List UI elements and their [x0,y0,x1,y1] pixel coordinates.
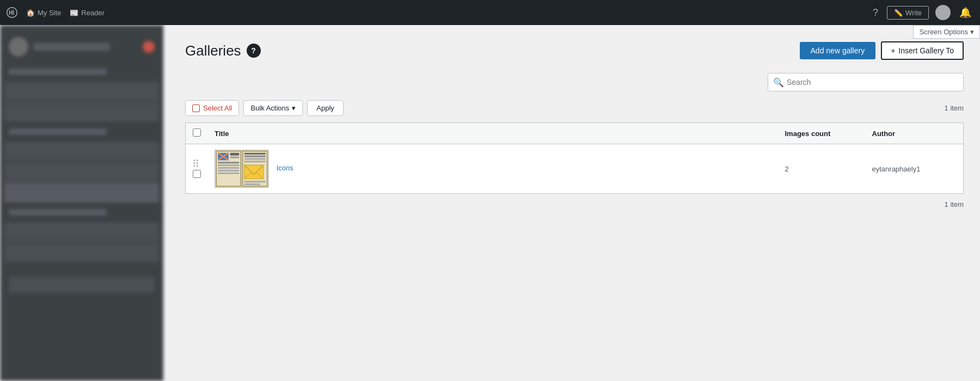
col-header-author: Author [866,123,964,144]
sidebar-avatar [9,37,28,57]
svg-rect-16 [244,161,266,162]
main-layout: Galleries ? Add new gallery + Insert Gal… [0,0,980,381]
header-checkbox[interactable] [193,128,201,137]
plus-icon: + [891,46,895,55]
top-bar-left: 🏠 My Site 📰 Reader [7,7,871,18]
col-header-images-count: Images count [779,123,866,144]
sidebar-footer [0,271,163,302]
sidebar-item-6 [4,222,159,242]
gallery-title-link[interactable]: Icons [277,164,293,172]
bulk-actions-button[interactable]: Bulk Actions ▾ [243,100,303,116]
wp-icon [7,7,17,18]
bottom-item-count: 1 item [185,194,964,215]
sidebar-menu-label-3 [9,209,107,216]
table-header-row: Title Images count Author [186,123,964,144]
row-author-cell: eytanraphaely1 [866,144,964,194]
screen-options-button[interactable]: Screen Options ▾ [913,25,980,39]
svg-rect-6 [218,164,239,166]
sidebar-item-1 [4,82,159,101]
svg-rect-9 [218,173,239,174]
select-all-button[interactable]: Select All [185,100,239,116]
top-bar-right: ? ✏️ Write 🔔 [871,4,973,21]
col-header-check [186,123,209,144]
sidebar-item-2 [4,102,159,122]
row-checkbox[interactable] [193,170,201,178]
reader-icon: 📰 [70,9,78,17]
gallery-table: Title Images count Author ⠿ [185,122,964,194]
top-navigation-bar: 🏠 My Site 📰 Reader ? ✏️ Write 🔔 [0,0,980,25]
notifications-button[interactable]: 🔔 [957,4,973,21]
toolbar: Select All Bulk Actions ▾ Apply 1 item [185,100,964,116]
search-icon: 🔍 [773,77,784,88]
main-content: Galleries ? Add new gallery + Insert Gal… [163,25,980,381]
help-button[interactable]: ? [871,5,880,21]
header-actions: Add new gallery + Insert Gallery To [800,41,964,60]
drag-handle[interactable]: ⠿ [192,158,199,169]
svg-rect-14 [244,156,266,157]
svg-rect-5 [218,162,239,163]
screen-options-area: Screen Options ▾ [913,25,980,39]
search-input[interactable] [768,73,964,91]
help-icon-button[interactable]: ? [247,44,261,58]
sidebar [0,25,163,381]
item-count-top: 1 item [945,104,964,112]
sidebar-notification-dot [143,41,155,53]
sidebar-menu-label-1 [9,69,107,75]
svg-rect-20 [244,181,266,182]
svg-rect-8 [218,170,239,171]
col-header-title: Title [208,123,779,144]
avatar[interactable] [935,5,951,20]
sidebar-menu-label-2 [9,128,107,135]
select-all-checkbox [192,105,200,112]
sidebar-item-4 [4,162,159,182]
reader-link[interactable]: 📰 Reader [70,9,105,17]
page-header: Galleries ? Add new gallery + Insert Gal… [185,41,964,60]
search-bar-row: 🔍 [185,73,964,91]
svg-rect-15 [244,158,266,160]
page-title-group: Galleries ? [185,42,261,59]
apply-button[interactable]: Apply [307,100,344,116]
page-title: Galleries [185,42,241,59]
sidebar-item-3 [4,142,159,161]
sidebar-menu [0,69,163,262]
sidebar-avatar-row [0,32,163,62]
my-site-icon: 🏠 [26,9,35,17]
table-header: Title Images count Author [186,123,964,144]
my-site-link[interactable]: 🏠 My Site [26,9,61,17]
svg-rect-7 [218,167,239,169]
write-button[interactable]: ✏️ Write [887,6,929,20]
svg-rect-21 [244,183,260,185]
table-body: ⠿ [186,144,964,194]
sidebar-site-name [34,43,110,51]
svg-rect-17 [244,165,264,179]
row-images-count-cell: 2 [779,144,866,194]
add-new-gallery-button[interactable]: Add new gallery [800,42,876,59]
wordpress-logo[interactable] [7,7,17,18]
pencil-icon: ✏️ [894,9,903,17]
svg-rect-3 [230,153,240,156]
gallery-thumbnail [215,150,269,188]
sidebar-footer-item-1 [9,276,155,293]
row-title-cell: Icons [208,144,779,194]
row-check-cell: ⠿ [186,144,209,194]
table-row: ⠿ [186,144,964,194]
svg-rect-4 [230,157,240,158]
thumbnail-svg [215,150,268,187]
sidebar-item-5 [4,183,159,202]
search-wrapper: 🔍 [768,73,964,91]
svg-rect-13 [244,153,266,155]
sidebar-item-7 [4,243,159,262]
insert-gallery-button[interactable]: + Insert Gallery To [881,41,964,60]
